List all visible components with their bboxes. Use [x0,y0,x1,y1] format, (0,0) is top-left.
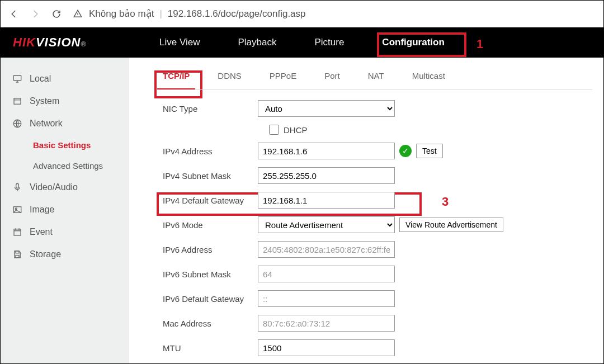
brand-logo: HIKVISION® [1,35,129,50]
nav-live-view[interactable]: Live View [157,28,202,57]
sidebar-label-event: Event [30,227,53,237]
address-bar[interactable]: Không bảo mật | 192.168.1.6/doc/page/con… [72,8,306,20]
sidebar-label-network: Network [30,119,63,129]
nav-picture[interactable]: Picture [312,28,346,57]
sidebar-item-image[interactable]: Image [1,198,129,221]
sidebar: Local System Network Basic Settings Adva… [1,58,129,363]
label-ipv4-gateway: IPv4 Default Gateway [152,196,258,205]
view-route-button[interactable]: View Route Advertisement [399,218,503,232]
sidebar-item-storage[interactable]: Storage [1,243,129,266]
label-dhcp: DHCP [284,125,308,135]
input-ipv6-address[interactable] [258,241,395,258]
label-ipv4-address: IPv4 Address [152,146,258,156]
mic-icon [12,182,23,193]
label-ipv6-mode: IPv6 Mode [152,220,258,230]
svg-point-5 [15,208,17,210]
label-ipv6-address: IPv6 Address [152,245,258,254]
tab-port[interactable]: Port [319,65,346,89]
monitor-icon [12,73,23,84]
url-separator: | [159,8,162,20]
svg-rect-3 [16,183,19,188]
sidebar-item-basic-settings[interactable]: Basic Settings [1,135,129,155]
label-mac-address: Mac Address [152,319,258,328]
sidebar-label-video: Video/Audio [30,182,78,192]
input-mac-address[interactable] [258,315,395,332]
checkbox-dhcp[interactable] [269,125,279,135]
app-header: HIKVISION® Live View Playback Picture Co… [1,27,603,58]
input-mtu[interactable] [258,339,395,356]
forward-icon[interactable] [30,8,41,20]
test-button[interactable]: Test [416,144,443,158]
input-ipv4-gateway[interactable] [258,192,395,209]
sidebar-item-system[interactable]: System [1,90,129,112]
insecure-icon [72,8,83,20]
nav-playback[interactable]: Playback [235,28,279,57]
top-nav: Live View Playback Picture Configuration [129,28,447,57]
tab-nat[interactable]: NAT [362,65,390,89]
security-status: Không bảo mật [89,8,154,20]
globe-icon [12,118,23,129]
svg-rect-1 [14,98,21,105]
sidebar-item-network[interactable]: Network [1,112,129,135]
svg-rect-0 [13,75,21,81]
config-subtabs: TCP/IP DDNS PPPoE Port NAT Multicast [157,65,592,90]
svg-rect-6 [14,229,21,235]
check-ok-icon: ✓ [399,145,412,157]
tab-pppoe[interactable]: PPPoE [264,65,302,89]
sidebar-label-system: System [30,96,59,106]
select-ipv6-mode[interactable]: Route Advertisement [258,216,395,233]
input-ipv6-mask[interactable] [258,266,395,282]
url-text: 192.168.1.6/doc/page/config.asp [168,8,306,20]
system-icon [12,96,23,107]
reload-icon[interactable] [51,8,62,20]
sidebar-label-advanced: Advanced Settings [33,161,103,171]
sidebar-item-local[interactable]: Local [1,68,129,90]
label-nic-type: NIC Type [152,104,258,114]
nav-configuration[interactable]: Configuration [380,28,446,57]
sidebar-label-local: Local [30,74,51,84]
sidebar-label-storage: Storage [30,249,61,259]
label-ipv4-mask: IPv4 Subnet Mask [152,171,258,181]
input-ipv6-gateway[interactable] [258,290,395,307]
sidebar-item-video-audio[interactable]: Video/Audio [1,176,129,198]
svg-rect-7 [16,251,19,253]
sidebar-label-basic: Basic Settings [33,140,91,150]
event-icon [12,226,23,238]
annotation-1: 1 [476,37,483,51]
input-ipv4-address[interactable] [258,143,395,159]
svg-rect-8 [16,256,19,258]
input-ipv4-mask[interactable] [258,167,395,184]
image-icon [12,204,23,215]
save-icon [12,249,23,260]
sidebar-item-event[interactable]: Event [1,221,129,243]
label-ipv6-mask: IPv6 Subnet Mask [152,270,258,279]
sidebar-item-advanced-settings[interactable]: Advanced Settings [1,155,129,176]
sidebar-label-image: Image [30,205,54,215]
label-mtu: MTU [152,343,258,353]
tab-multicast[interactable]: Multicast [407,65,451,89]
main-panel: TCP/IP DDNS PPPoE Port NAT Multicast NIC… [129,58,603,363]
label-ipv6-gateway: IPv6 Default Gateway [152,294,258,304]
back-icon[interactable] [8,8,20,20]
browser-toolbar: Không bảo mật | 192.168.1.6/doc/page/con… [1,1,603,27]
tab-ddns[interactable]: DDNS [212,65,247,89]
select-nic-type[interactable]: Auto [258,100,395,117]
tab-tcpip[interactable]: TCP/IP [157,65,195,89]
